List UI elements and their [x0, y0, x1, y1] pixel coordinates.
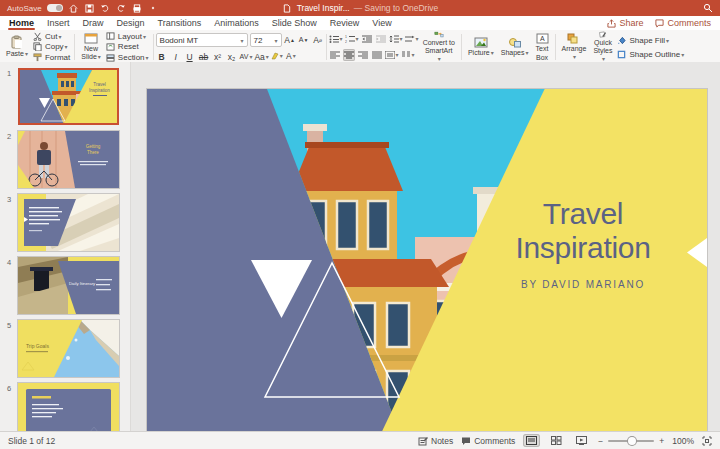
statusbar-comments-label: Comments	[474, 436, 515, 446]
decrease-indent-button[interactable]	[361, 33, 373, 45]
slideshow-view-button[interactable]	[573, 434, 590, 447]
tab-transitions[interactable]: Transitions	[158, 16, 202, 30]
shapes-button[interactable]: Shapes	[499, 31, 531, 63]
font-name-select[interactable]: Bodoni MT	[156, 33, 248, 47]
comments-label: Comments	[667, 18, 711, 28]
numbering-button[interactable]: 12	[345, 33, 359, 45]
thumbnail-number-2: 2	[7, 132, 11, 141]
tab-view[interactable]: View	[372, 16, 391, 30]
quick-styles-button[interactable]: Quick Styles	[591, 31, 614, 63]
new-slide-label-2: Slide	[81, 53, 101, 62]
align-right-button[interactable]	[357, 49, 369, 61]
notes-button[interactable]: Notes	[418, 436, 453, 446]
slide-title-textbox[interactable]: Travel Inspiration BY DAVID MARIANO	[467, 197, 699, 290]
comments-icon	[461, 436, 471, 446]
tab-draw[interactable]: Draw	[83, 16, 104, 30]
columns-button[interactable]	[401, 49, 415, 61]
shrink-font-button[interactable]: A▼	[298, 34, 310, 46]
new-slide-icon	[84, 33, 98, 44]
autosave-toggle[interactable]	[47, 4, 63, 12]
fit-slide-to-window-button[interactable]	[702, 436, 712, 446]
statusbar-comments-button[interactable]: Comments	[461, 436, 515, 446]
shape-fill-button[interactable]: Shape Fill	[617, 35, 684, 45]
thumbnail-number-6: 6	[7, 384, 11, 393]
tab-slide-show[interactable]: Slide Show	[272, 16, 317, 30]
text-direction-button[interactable]	[405, 33, 419, 45]
reset-label: Reset	[118, 42, 139, 51]
new-slide-label-1: New	[84, 45, 98, 53]
undo-icon[interactable]	[100, 3, 111, 14]
format-label: Format	[45, 53, 70, 62]
arrange-button[interactable]: Arrange	[560, 31, 589, 63]
cut-label: Cut	[45, 32, 61, 41]
thumbnail-number-5: 5	[7, 321, 11, 330]
thumbnail-slide-3[interactable]	[18, 194, 119, 251]
convert-to-smartart-button[interactable]: Convert to SmartArt	[421, 31, 457, 63]
copy-button[interactable]: Copy	[33, 42, 70, 52]
zoom-slider[interactable]	[608, 440, 654, 442]
bullets-button[interactable]	[329, 33, 343, 45]
smartart-label-1: Convert to	[423, 39, 455, 47]
grow-font-button[interactable]: A▲	[284, 34, 296, 46]
tab-insert[interactable]: Insert	[47, 16, 70, 30]
picture-button[interactable]: Picture	[466, 31, 496, 63]
quick-styles-label-1: Quick	[594, 39, 612, 47]
thumbnail-4-title: Daily Itinerary	[69, 281, 103, 286]
tab-animations[interactable]: Animations	[214, 16, 259, 30]
slide-sorter-view-button[interactable]	[548, 434, 565, 447]
paste-button[interactable]: Paste	[4, 31, 30, 63]
print-icon[interactable]	[132, 3, 143, 14]
cut-button[interactable]: Cut	[33, 31, 70, 41]
new-slide-button[interactable]: New Slide	[79, 31, 103, 63]
justify-button[interactable]	[371, 49, 383, 61]
shape-outline-button[interactable]: Shape Outline	[617, 49, 684, 59]
increase-indent-button[interactable]	[375, 33, 387, 45]
arrange-group: Arrange Quick Styles Shape Fill Shape Ou…	[558, 31, 687, 63]
comments-button[interactable]: Comments	[655, 18, 711, 28]
notes-label: Notes	[431, 436, 453, 446]
text-box-button[interactable]: A Text Box	[534, 31, 551, 63]
font-size-select[interactable]: 72	[250, 33, 282, 47]
thumbnail-1-title: Travel Inspiration	[83, 82, 116, 96]
reset-button[interactable]: Reset	[106, 42, 149, 52]
smartart-icon	[431, 31, 447, 38]
zoom-in-button[interactable]: +	[659, 436, 664, 446]
normal-view-button[interactable]	[523, 434, 540, 447]
font-size-value: 72	[254, 36, 272, 45]
picture-icon	[474, 37, 488, 48]
search-icon[interactable]	[702, 3, 713, 14]
zoom-out-button[interactable]: −	[598, 436, 603, 446]
redo-icon[interactable]	[116, 3, 127, 14]
paste-label: Paste	[6, 50, 28, 59]
share-button[interactable]: Share	[607, 18, 643, 28]
thumbnail-slide-2[interactable]: Getting There	[18, 131, 119, 188]
home-icon[interactable]	[68, 3, 79, 14]
tab-design[interactable]: Design	[117, 16, 145, 30]
more-commands-icon[interactable]	[148, 3, 159, 14]
slide-title-line-2: Inspiration	[467, 231, 699, 265]
tab-home[interactable]: Home	[9, 16, 34, 30]
clear-formatting-button[interactable]: A⌀	[312, 34, 324, 46]
thumbnail-number-1: 1	[7, 69, 11, 78]
slide-byline[interactable]: BY DAVID MARIANO	[467, 279, 699, 290]
thumbnail-slide-4[interactable]: Daily Itinerary	[18, 257, 119, 314]
thumbnail-slide-1[interactable]: Travel Inspiration	[18, 68, 119, 125]
align-text-button[interactable]	[385, 49, 399, 61]
smartart-group: Convert to SmartArt	[419, 31, 459, 63]
line-spacing-button[interactable]	[389, 33, 403, 45]
align-left-button[interactable]	[329, 49, 341, 61]
tab-review[interactable]: Review	[330, 16, 360, 30]
clipboard-group: Paste Cut Copy Format	[2, 31, 72, 63]
thumbnail-number-4: 4	[7, 258, 11, 267]
thumbnail-slide-6[interactable]	[18, 383, 119, 432]
align-center-button[interactable]	[343, 49, 355, 61]
current-slide[interactable]: Travel Inspiration BY DAVID MARIANO	[147, 89, 707, 431]
document-title[interactable]: Travel Inspir...	[297, 3, 350, 13]
thumbnail-1-byline-bar	[93, 95, 107, 96]
layout-button[interactable]: Layout	[106, 31, 149, 41]
font-color-label: A	[286, 52, 292, 61]
zoom-level[interactable]: 100%	[672, 436, 694, 446]
zoom-slider-thumb[interactable]	[628, 437, 636, 445]
save-icon[interactable]	[84, 3, 95, 14]
thumbnail-slide-5[interactable]: Trip Goals	[18, 320, 119, 377]
